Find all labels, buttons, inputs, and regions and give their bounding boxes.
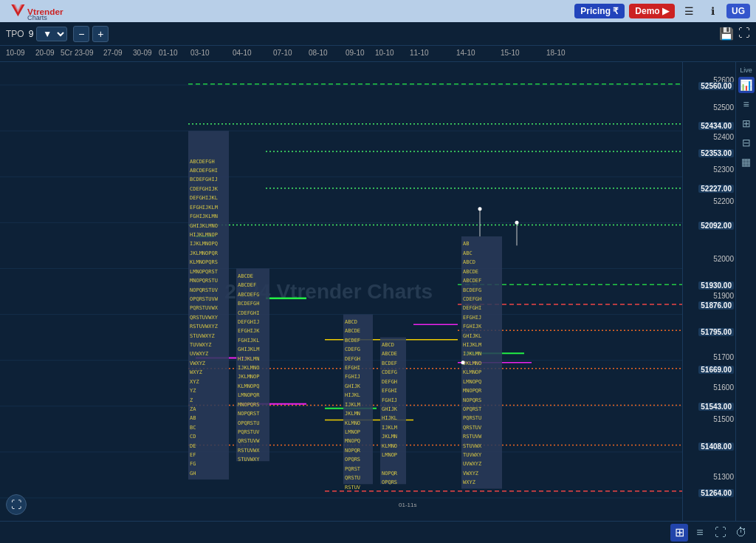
logo-area: Vtrender Charts — [6, 1, 80, 21]
svg-text:ABCDEFGH: ABCDEFGH — [190, 159, 215, 165]
price-52500: 52500 — [713, 103, 734, 112]
zoom-fit-button[interactable]: ⛶ — [6, 494, 27, 515]
svg-text:FGHIJ: FGHIJ — [382, 397, 397, 403]
bottom-toolbar: ⊞ ≡ ⛶ ⏱ — [0, 521, 756, 543]
svg-text:JKLMNO: JKLMNO — [463, 361, 481, 366]
svg-text:QRSTUVW: QRSTUVW — [238, 438, 260, 444]
svg-rect-94 — [343, 315, 373, 485]
svg-text:GHIJKLM: GHIJKLM — [238, 346, 260, 352]
svg-text:GH: GH — [190, 471, 196, 477]
time-label-5: 01-10 — [159, 49, 178, 57]
tpo-plus-button[interactable]: + — [92, 26, 109, 42]
svg-text:ABC: ABC — [463, 250, 472, 256]
toolbar2: TPO 9 ▼ − + 💾 ⛶ — [0, 22, 756, 46]
svg-text:ABCDE: ABCDE — [238, 273, 253, 279]
svg-text:ABCDEF: ABCDEF — [463, 278, 481, 284]
time-label-8: 07-10 — [273, 49, 292, 57]
bottom-list-button[interactable]: ≡ — [691, 524, 709, 542]
bottom-fullscreen-button[interactable]: ⛶ — [712, 524, 729, 542]
time-label-15: 18-10 — [546, 49, 566, 57]
time-axis: 10-09 20-09 5Cr 23-09 27-09 30-09 01-10 … — [0, 46, 756, 62]
bottom-timer-button[interactable]: ⏱ — [732, 524, 750, 542]
svg-text:DEFGH: DEFGH — [345, 356, 360, 362]
svg-text:PQRSTU: PQRSTU — [463, 415, 481, 421]
price-51795: 51795.00 — [698, 328, 734, 336]
user-button[interactable]: UG — [726, 4, 750, 18]
svg-text:QRSTUV: QRSTUV — [463, 425, 482, 431]
svg-text:IJKLMNOPQ: IJKLMNOPQ — [190, 241, 218, 247]
pricing-button[interactable]: Pricing ₹ — [574, 4, 625, 18]
svg-text:BCDEF: BCDEF — [382, 361, 397, 366]
svg-text:ABCDE: ABCDE — [345, 328, 360, 334]
sidebar-icon-grid1[interactable]: ⊞ — [738, 115, 755, 132]
sidebar-icon-grid3[interactable]: ▦ — [738, 154, 755, 170]
time-label-1: 20-09 — [35, 49, 55, 57]
svg-text:OPQRSTUVW: OPQRSTUVW — [190, 296, 219, 302]
time-label-3: 27-09 — [103, 49, 123, 57]
right-sidebar: Live 📊 ≡ ⊞ ⊟ ▦ — [735, 62, 756, 521]
bottom-grid-button[interactable]: ⊞ — [670, 524, 688, 542]
svg-text:OPQRSTU: OPQRSTU — [238, 420, 260, 426]
svg-text:QRSTU: QRSTU — [345, 475, 360, 481]
svg-text:STUVWXYZ: STUVWXYZ — [190, 333, 215, 339]
svg-text:MNOPQRS: MNOPQRS — [238, 402, 260, 408]
svg-text:ABCDEF: ABCDEF — [238, 282, 256, 288]
svg-text:NOPQRST: NOPQRST — [238, 411, 260, 417]
sidebar-icon-chart[interactable]: 📊 — [738, 77, 755, 93]
svg-text:ZA: ZA — [190, 406, 196, 412]
svg-text:01-11s: 01-11s — [399, 502, 416, 508]
sidebar-icon-list[interactable]: ≡ — [738, 96, 755, 112]
svg-text:DE: DE — [190, 443, 196, 449]
time-label-11: 10-10 — [375, 49, 394, 57]
svg-text:BCDEF: BCDEF — [345, 338, 360, 344]
svg-text:NOPQRS: NOPQRS — [463, 397, 481, 403]
svg-text:FGHIJ: FGHIJ — [345, 374, 360, 380]
demo-button[interactable]: Demo ▶ — [629, 4, 675, 18]
info-button[interactable]: ℹ — [703, 1, 722, 21]
chart-canvas[interactable]: © 2024 Vtrender Charts — [0, 62, 682, 521]
svg-text:JKLMN: JKLMN — [345, 411, 360, 417]
svg-text:EFGHIJ: EFGHIJ — [463, 315, 481, 321]
svg-text:FGHIJKL: FGHIJKL — [238, 338, 260, 344]
price-52353: 52353.00 — [698, 149, 734, 157]
time-label-0: 10-09 — [6, 49, 25, 57]
price-51500: 51500 — [713, 415, 734, 423]
time-label-14: 15-10 — [501, 49, 520, 57]
price-51930: 51930.00 — [698, 281, 734, 290]
svg-text:BCDEFGH: BCDEFGH — [238, 301, 260, 307]
svg-text:ABCD: ABCD — [345, 319, 357, 325]
save-icon[interactable]: 💾 — [719, 27, 734, 41]
logo-svg: Vtrender Charts — [6, 1, 80, 21]
svg-text:GHIJK: GHIJK — [382, 406, 398, 412]
svg-point-161 — [515, 221, 519, 225]
menu-button[interactable]: ☰ — [679, 1, 698, 21]
svg-rect-130 — [461, 236, 502, 489]
svg-text:TUVWXY: TUVWXY — [463, 452, 482, 458]
svg-text:ABCD: ABCD — [463, 259, 475, 265]
svg-text:PQRST: PQRST — [345, 466, 361, 472]
svg-text:KLMNOPQRS: KLMNOPQRS — [190, 259, 218, 265]
svg-text:BC: BC — [190, 425, 196, 431]
time-label-4: 30-09 — [133, 49, 152, 57]
svg-text:LMNOP: LMNOP — [382, 452, 397, 458]
svg-text:PQRSTUVWX: PQRSTUVWX — [190, 305, 219, 311]
price-51700: 51700 — [713, 353, 734, 361]
price-52227: 52227.00 — [698, 185, 734, 193]
nav-right: Pricing ₹ Demo ▶ ☰ ℹ UG — [574, 1, 750, 21]
svg-text:MNOPQ: MNOPQ — [345, 438, 360, 444]
chart-svg: ABCDEFGH ABCDEFGHI BCDEFGHIJ CDEFGHIJK D… — [0, 62, 682, 521]
svg-text:HIJKLMN: HIJKLMN — [238, 356, 260, 362]
svg-text:CDEFG: CDEFG — [382, 369, 397, 375]
tpo-minus-button[interactable]: − — [73, 26, 89, 42]
sidebar-icon-grid2[interactable]: ⊟ — [738, 134, 755, 151]
svg-text:CDEFGHIJK: CDEFGHIJK — [190, 186, 219, 192]
tpo-dropdown[interactable]: ▼ — [36, 27, 67, 41]
svg-text:ABCDE: ABCDE — [463, 269, 478, 275]
price-51600: 51600 — [713, 383, 734, 392]
fullscreen-icon[interactable]: ⛶ — [738, 27, 750, 41]
tpo-value: 9 — [29, 29, 34, 39]
price-51543: 51543.00 — [698, 403, 734, 411]
watermark: © 2024 Vtrender Charts — [204, 280, 433, 304]
svg-text:IJKLM: IJKLM — [345, 402, 360, 408]
svg-rect-114 — [380, 338, 406, 485]
